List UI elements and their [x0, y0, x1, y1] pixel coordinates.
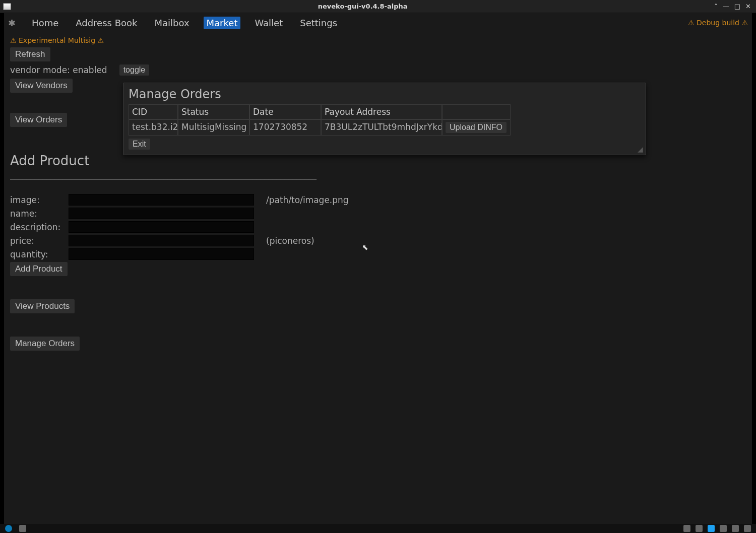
window-icon	[3, 3, 11, 10]
window-titlebar: neveko-gui-v0.4.8-alpha ˄ — □ ✕	[0, 0, 756, 13]
orders-table-header: CID Status Date Payout Address	[129, 104, 641, 119]
modal-exit-button[interactable]: Exit	[129, 139, 150, 150]
table-row: test.b32.i2p MultisigMissing 1702730852 …	[129, 119, 641, 136]
price-label: price:	[10, 236, 69, 246]
description-label: description:	[10, 222, 69, 232]
manage-orders-button[interactable]: Manage Orders	[10, 337, 80, 351]
os-taskbar	[0, 524, 756, 533]
image-hint: /path/to/image.png	[266, 195, 349, 205]
name-label: name:	[10, 209, 69, 219]
quantity-input[interactable]	[69, 248, 254, 260]
col-cid: CID	[129, 104, 178, 119]
tray-icon[interactable]	[744, 525, 751, 532]
price-input[interactable]	[69, 235, 254, 246]
app-window: ✱ Home Address Book Mailbox Market Walle…	[4, 13, 752, 524]
col-date: Date	[249, 104, 321, 119]
add-product-button[interactable]: Add Product	[10, 262, 68, 276]
quantity-label: quantity:	[10, 249, 69, 259]
app-logo-icon: ✱	[8, 18, 16, 28]
tray-icon[interactable]	[708, 525, 715, 532]
name-input[interactable]	[69, 208, 254, 219]
main-nav: ✱ Home Address Book Mailbox Market Walle…	[4, 13, 752, 32]
tray-icon[interactable]	[732, 525, 739, 532]
nav-settings[interactable]: Settings	[297, 17, 340, 29]
tray-icon[interactable]	[683, 525, 690, 532]
vendor-mode-text: vendor mode: enabled	[10, 65, 107, 75]
cell-status: MultisigMissing	[178, 119, 249, 136]
nav-address-book[interactable]: Address Book	[73, 17, 140, 29]
add-product-form: image: /path/to/image.png name: descript…	[10, 194, 746, 260]
col-action	[442, 104, 511, 119]
col-status: Status	[178, 104, 249, 119]
col-addr: Payout Address	[321, 104, 442, 119]
nav-home[interactable]: Home	[29, 17, 61, 29]
modal-title: Manage Orders	[129, 87, 641, 101]
window-close-icon[interactable]: ✕	[745, 3, 751, 10]
view-orders-button[interactable]: View Orders	[10, 113, 67, 127]
tray-icon[interactable]	[720, 525, 727, 532]
image-input[interactable]	[69, 194, 254, 206]
experimental-warning: ⚠ Experimental Multisig ⚠	[10, 36, 746, 44]
cell-cid: test.b32.i2p	[129, 119, 178, 136]
window-maximize-icon[interactable]: □	[734, 3, 740, 10]
taskbar-app-icon[interactable]	[5, 525, 12, 532]
cell-date: 1702730852	[249, 119, 321, 136]
cell-addr: 7B3UL2zTULTbt9mhdJxrYkdiivLI	[321, 119, 442, 136]
cell-action: Upload DINFO	[442, 119, 511, 136]
debug-build-badge: ⚠ Debug build ⚠	[688, 19, 748, 27]
window-title: neveko-gui-v0.4.8-alpha	[11, 3, 714, 10]
image-label: image:	[10, 195, 69, 205]
description-input[interactable]	[69, 221, 254, 233]
horizontal-rule: ________________________________________…	[10, 170, 746, 180]
price-hint: (piconeros)	[266, 236, 314, 246]
market-page: ⚠ Experimental Multisig ⚠ Refresh vendor…	[4, 32, 752, 524]
window-minimize-icon[interactable]: —	[723, 3, 729, 10]
upload-dinfo-button[interactable]: Upload DINFO	[446, 122, 507, 133]
view-products-button[interactable]: View Products	[10, 299, 75, 313]
manage-orders-modal: Manage Orders CID Status Date Payout Add…	[123, 83, 646, 155]
nav-mailbox[interactable]: Mailbox	[151, 17, 192, 29]
orders-table: CID Status Date Payout Address test.b32.…	[129, 104, 641, 136]
tray-icon[interactable]	[696, 525, 703, 532]
add-product-title: Add Product	[10, 153, 746, 168]
vendor-mode-toggle[interactable]: toggle	[119, 64, 150, 76]
window-up-icon[interactable]: ˄	[714, 3, 718, 10]
nav-wallet[interactable]: Wallet	[251, 17, 286, 29]
view-vendors-button[interactable]: View Vendors	[10, 79, 73, 93]
refresh-button[interactable]: Refresh	[10, 47, 50, 61]
taskbar-item-icon[interactable]	[19, 525, 26, 532]
nav-market[interactable]: Market	[204, 17, 241, 29]
